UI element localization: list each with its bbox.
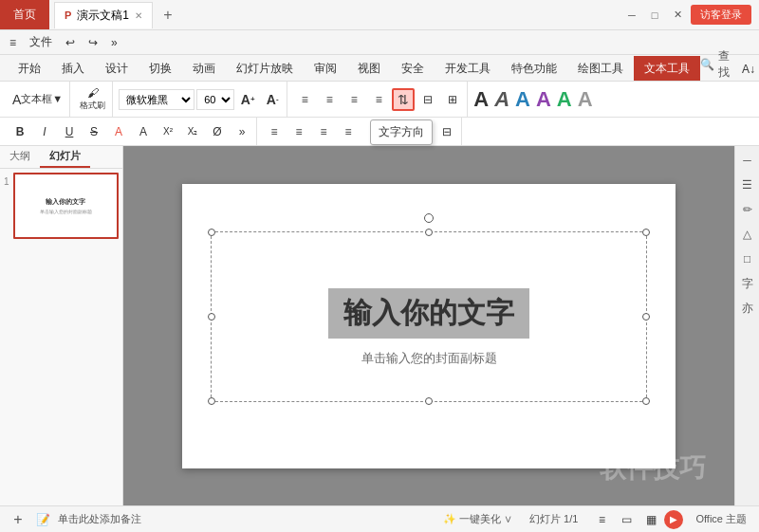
rotate-handle[interactable] xyxy=(424,213,434,223)
indent-decrease-btn[interactable]: ⊞ xyxy=(441,88,464,111)
para-align-4[interactable]: ≡ xyxy=(337,120,360,143)
handle-ml[interactable] xyxy=(208,313,215,321)
align-left-btn[interactable]: ≡ xyxy=(293,88,316,111)
handle-br[interactable] xyxy=(642,397,650,405)
handle-bc[interactable] xyxy=(425,397,433,405)
home-tab-btn[interactable]: 首页 xyxy=(0,0,49,29)
wordart-a5[interactable]: A xyxy=(557,87,572,112)
handle-mr[interactable] xyxy=(642,313,650,321)
panel-btn-alt[interactable]: 亦 xyxy=(737,298,758,319)
panel-btn-box[interactable]: □ xyxy=(737,248,758,269)
toolbar-row1: A 文本框▼ 🖌 格式刷 微软雅黑 60 A+ A- ≡ ≡ ≡ ≡ ⇅ ⊟ ⊞… xyxy=(0,82,759,118)
indent-increase-btn[interactable]: ⊟ xyxy=(417,88,439,111)
more-format-btn[interactable]: » xyxy=(231,120,253,143)
wordart-a2[interactable]: A xyxy=(494,87,509,112)
strikethrough-btn[interactable]: S xyxy=(83,120,105,143)
para-align-2[interactable]: ≡ xyxy=(287,120,310,143)
font-color-btn[interactable]: A xyxy=(107,120,130,143)
tab-design[interactable]: 设计 xyxy=(95,56,139,81)
bold-btn[interactable]: B xyxy=(9,120,31,143)
para-align-3[interactable]: ≡ xyxy=(312,120,335,143)
login-btn[interactable]: 访客登录 xyxy=(691,5,751,25)
main-area: 大纲 幻灯片 1 输入你的文字 单击输入您的封面副标题 xyxy=(0,146,759,505)
panel-btn-layers[interactable]: ☰ xyxy=(737,174,758,195)
italic-btn[interactable]: I xyxy=(33,120,56,143)
minimize-btn[interactable]: ─ xyxy=(622,6,641,25)
align-right-btn[interactable]: ≡ xyxy=(342,88,365,111)
tab-outline[interactable]: 大纲 xyxy=(0,146,40,168)
tab-security[interactable]: 安全 xyxy=(391,56,435,81)
panel-btn-edit[interactable]: ✏ xyxy=(737,199,758,220)
tab-transition[interactable]: 切换 xyxy=(139,56,182,81)
tab-features[interactable]: 特色功能 xyxy=(501,56,567,81)
font-group: 微软雅黑 60 A+ A- xyxy=(116,82,287,117)
text-box-btn[interactable]: A 文本框▼ xyxy=(9,88,66,111)
status-bar-right: ✨ 一键美化 ∨ 幻灯片 1/1 ≡ ▭ ▦ ▶ Office 主题 xyxy=(438,508,751,531)
slide-thumbnail[interactable]: 输入你的文字 单击输入您的封面副标题 xyxy=(13,173,119,239)
grow-font-btn[interactable]: A+ xyxy=(236,88,259,111)
tab-start[interactable]: 开始 xyxy=(8,56,51,81)
format-brush-btn[interactable]: 🖌 格式刷 xyxy=(76,86,109,112)
panel-btn-shape[interactable]: △ xyxy=(737,224,758,245)
play-btn[interactable]: ▶ xyxy=(664,510,683,529)
redo-btn[interactable]: ↪ xyxy=(83,34,103,51)
underline-btn[interactable]: U xyxy=(58,120,81,143)
slide-thumb-area: 1 输入你的文字 单击输入您的封面副标题 xyxy=(0,169,122,505)
tab-devtools[interactable]: 开发工具 xyxy=(435,56,501,81)
close-btn[interactable]: ✕ xyxy=(668,6,687,25)
wordart-a6[interactable]: A xyxy=(578,87,593,112)
main-title: 输入你的文字 xyxy=(343,297,514,328)
tab-insert[interactable]: 插入 xyxy=(51,56,95,81)
subtitle[interactable]: 单击输入您的封面副标题 xyxy=(230,350,628,367)
handle-bl[interactable] xyxy=(208,397,215,405)
view-outline-btn[interactable]: ≡ xyxy=(590,508,613,531)
tab-texttool[interactable]: 文本工具 xyxy=(634,56,700,81)
tab-slideshow[interactable]: 幻灯片放映 xyxy=(226,56,304,81)
ribbon-extra-1[interactable]: A↓ xyxy=(737,58,759,81)
tab-view[interactable]: 视图 xyxy=(347,56,391,81)
view-normal-btn[interactable]: ▭ xyxy=(615,508,638,531)
font-name-select[interactable]: 微软雅黑 xyxy=(119,89,194,110)
beautify-label: 一键美化 ∨ xyxy=(459,512,512,526)
para-align-1[interactable]: ≡ xyxy=(263,120,286,143)
panel-btn-collapse[interactable]: ─ xyxy=(737,150,758,171)
tab-review[interactable]: 审阅 xyxy=(304,56,347,81)
add-tab-btn[interactable]: + xyxy=(157,4,179,27)
wordart-a4[interactable]: A xyxy=(536,87,551,112)
more-menu[interactable]: » xyxy=(105,34,123,51)
highlight-btn[interactable]: A xyxy=(132,120,155,143)
align-center-btn[interactable]: ≡ xyxy=(318,88,341,111)
add-slide-btn[interactable]: + xyxy=(8,509,28,530)
clear-format-btn[interactable]: Ø xyxy=(206,120,229,143)
hamburger-menu[interactable]: ≡ xyxy=(4,34,22,51)
beautify-btn[interactable]: ✨ 一键美化 ∨ xyxy=(438,510,517,528)
search-box[interactable]: 🔍 查找 xyxy=(700,48,730,81)
slide-canvas[interactable]: 输入你的文字 单击输入您的封面副标题 xyxy=(182,184,676,468)
handle-tr[interactable] xyxy=(642,229,650,236)
note-placeholder[interactable]: 单击此处添加备注 xyxy=(58,512,141,526)
close-doc-btn[interactable]: ✕ xyxy=(135,10,142,21)
subscript-btn[interactable]: X₂ xyxy=(181,120,204,143)
wordart-a3[interactable]: A xyxy=(515,87,530,112)
tab-animation[interactable]: 动画 xyxy=(182,56,226,81)
main-title-box[interactable]: 输入你的文字 xyxy=(328,288,529,339)
view-grid-btn[interactable]: ▦ xyxy=(639,508,662,531)
handle-tc[interactable] xyxy=(425,229,433,236)
shrink-font-btn[interactable]: A- xyxy=(261,88,284,111)
file-menu[interactable]: 文件 xyxy=(24,32,58,52)
restore-btn[interactable]: □ xyxy=(645,6,664,25)
doc-tab-title: 演示文稿1 xyxy=(77,8,129,24)
tab-slides[interactable]: 幻灯片 xyxy=(40,146,90,168)
align-justify-btn[interactable]: ≡ xyxy=(367,88,390,111)
brush-icon: 🖌 xyxy=(87,86,99,100)
panel-btn-text[interactable]: 字 xyxy=(737,273,758,294)
text-direction-btn[interactable]: ⇅ xyxy=(392,88,415,111)
font-size-select[interactable]: 60 xyxy=(196,89,234,110)
tab-drawtool[interactable]: 绘图工具 xyxy=(567,56,634,81)
doc-tab[interactable]: P 演示文稿1 ✕ xyxy=(54,2,153,28)
superscript-btn[interactable]: X² xyxy=(157,120,179,143)
list-num-btn[interactable]: ⊟ xyxy=(435,120,458,143)
undo-btn[interactable]: ↩ xyxy=(60,34,81,51)
handle-tl[interactable] xyxy=(208,229,215,236)
wordart-a1[interactable]: A xyxy=(473,87,489,112)
